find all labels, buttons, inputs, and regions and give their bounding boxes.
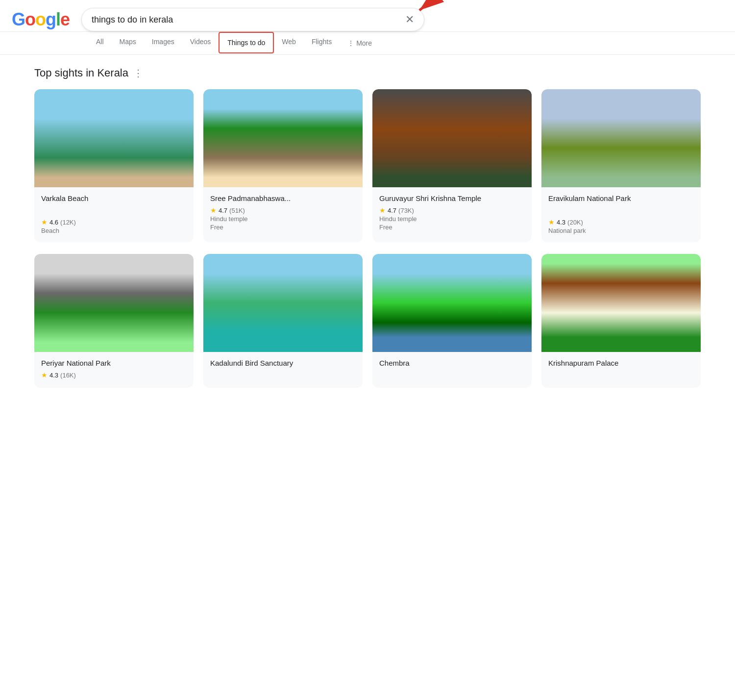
star-icon: ★ — [41, 218, 48, 226]
tab-flights[interactable]: Flights — [304, 32, 340, 54]
card-image-eravikulam — [541, 89, 701, 187]
header: Google things to do in kerala ✕ — [0, 0, 735, 32]
card-name-chembra: Chembra — [379, 358, 525, 368]
card-periyar[interactable]: Periyar National Park ★ 4.3 (16K) — [34, 254, 194, 388]
card-name-krishnapuram: Krishnapuram Palace — [548, 358, 694, 368]
card-rating-varkala: ★ 4.6 (12K) — [41, 218, 187, 226]
star-icon: ★ — [548, 218, 555, 226]
rating-value: 4.3 — [557, 219, 565, 226]
card-image-chembra — [372, 254, 532, 352]
card-rating-padmanabha: ★ 4.7 (51K) — [210, 206, 356, 214]
card-krishnapuram[interactable]: Krishnapuram Palace — [541, 254, 701, 388]
card-type-guruvayur: Hindu temple — [379, 215, 525, 223]
card-rating-guruvayur: ★ 4.7 (73K) — [379, 206, 525, 214]
tab-things-to-do[interactable]: Things to do — [219, 32, 274, 53]
section-more-icon[interactable]: ⋮ — [133, 67, 143, 79]
card-chembra[interactable]: Chembra — [372, 254, 532, 388]
cards-row-2: Periyar National Park ★ 4.3 (16K) Kadalu… — [34, 254, 701, 388]
card-type-eravikulam: National park — [548, 227, 694, 234]
card-rating-periyar: ★ 4.3 (16K) — [41, 371, 187, 379]
rating-value: 4.3 — [49, 372, 58, 379]
tab-images[interactable]: Images — [144, 32, 182, 54]
card-guruvayur[interactable]: Guruvayur Shri Krishna Temple ★ 4.7 (73K… — [372, 89, 532, 242]
google-logo: Google — [12, 9, 70, 30]
cards-row-1: Varkala Beach ★ 4.6 (12K) Beach Sree Pad… — [34, 89, 701, 242]
card-image-padmanabha — [203, 89, 363, 187]
more-dots-icon: ⋮ — [347, 39, 354, 47]
star-icon: ★ — [379, 206, 386, 214]
card-name-eravikulam: Eravikulam National Park — [548, 193, 694, 203]
card-image-kadalundi — [203, 254, 363, 352]
tab-videos[interactable]: Videos — [182, 32, 219, 54]
rating-count: (20K) — [567, 219, 583, 226]
rating-value: 4.7 — [219, 207, 227, 214]
section-header: Top sights in Kerala ⋮ — [34, 67, 701, 79]
card-eravikulam[interactable]: Eravikulam National Park ★ 4.3 (20K) Nat… — [541, 89, 701, 242]
card-varkala[interactable]: Varkala Beach ★ 4.6 (12K) Beach — [34, 89, 194, 242]
card-type-varkala: Beach — [41, 227, 187, 234]
card-kadalundi[interactable]: Kadalundi Bird Sanctuary — [203, 254, 363, 388]
card-image-guruvayur — [372, 89, 532, 187]
tab-all[interactable]: All — [88, 32, 112, 54]
search-clear-button[interactable]: ✕ — [405, 13, 414, 26]
card-image-krishnapuram — [541, 254, 701, 352]
card-name-padmanabha: Sree Padmanabhaswa... — [210, 193, 356, 203]
search-input[interactable]: things to do in kerala — [92, 15, 399, 25]
rating-count: (16K) — [60, 372, 76, 379]
rating-count: (73K) — [398, 207, 414, 214]
card-name-periyar: Periyar National Park — [41, 358, 187, 368]
rating-value: 4.6 — [49, 219, 58, 226]
more-label: More — [356, 39, 372, 47]
tab-web[interactable]: Web — [274, 32, 304, 54]
card-name-varkala: Varkala Beach — [41, 193, 187, 203]
card-name-kadalundi: Kadalundi Bird Sanctuary — [210, 358, 356, 368]
nav-tabs: All Maps Images Videos Things to do Web … — [0, 32, 735, 55]
main-content: Top sights in Kerala ⋮ Varkala Beach ★ 4… — [0, 55, 735, 411]
card-type-padmanabha: Hindu temple — [210, 215, 356, 223]
search-bar-wrapper: things to do in kerala ✕ — [81, 8, 424, 31]
section-title: Top sights in Kerala — [34, 67, 128, 79]
card-padmanabha[interactable]: Sree Padmanabhaswa... ★ 4.7 (51K) Hindu … — [203, 89, 363, 242]
rating-value: 4.7 — [388, 207, 396, 214]
tab-maps[interactable]: Maps — [112, 32, 144, 54]
rating-count: (12K) — [60, 219, 76, 226]
svg-line-1 — [419, 0, 454, 10]
rating-count: (51K) — [229, 207, 245, 214]
card-price-padmanabha: Free — [210, 224, 356, 231]
tab-more[interactable]: ⋮ More — [340, 32, 380, 54]
card-rating-eravikulam: ★ 4.3 (20K) — [548, 218, 694, 226]
card-image-varkala — [34, 89, 194, 187]
star-icon: ★ — [41, 371, 48, 379]
card-image-periyar — [34, 254, 194, 352]
search-bar[interactable]: things to do in kerala ✕ — [81, 8, 424, 31]
star-icon: ★ — [210, 206, 217, 214]
card-price-guruvayur: Free — [379, 224, 525, 231]
card-name-guruvayur: Guruvayur Shri Krishna Temple — [379, 193, 525, 203]
